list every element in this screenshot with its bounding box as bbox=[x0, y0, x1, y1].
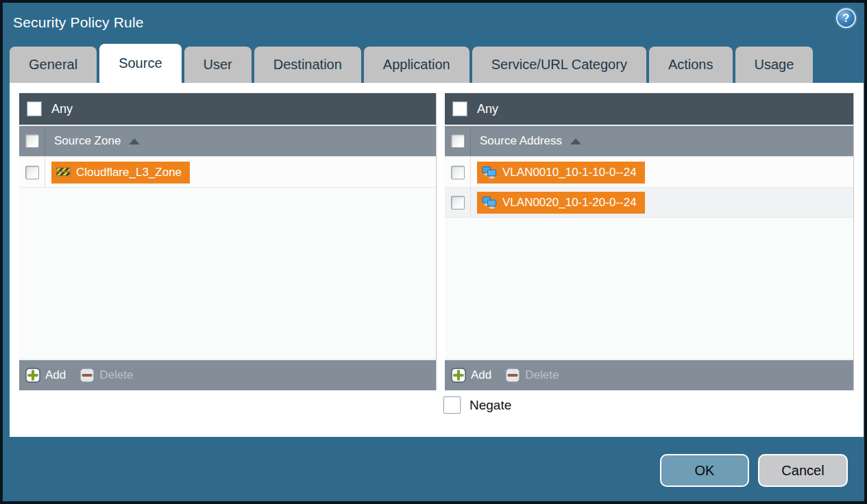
source-address-panel: Any Source Address bbox=[445, 93, 854, 390]
address-icon bbox=[482, 166, 497, 179]
source-zone-column-label: Source Zone bbox=[54, 134, 121, 148]
tab-usage[interactable]: Usage bbox=[735, 47, 814, 83]
source-zone-any-checkbox[interactable] bbox=[27, 101, 42, 116]
sort-ascending-icon bbox=[129, 138, 140, 144]
tab-general[interactable]: General bbox=[10, 47, 97, 83]
add-button-label: Add bbox=[471, 368, 491, 382]
delete-minus-icon bbox=[505, 368, 520, 383]
address-entry-label: VLAN0020_10-1-20-0--24 bbox=[502, 196, 637, 210]
delete-minus-icon bbox=[80, 368, 95, 383]
dialog-title: Security Policy Rule bbox=[13, 14, 144, 31]
table-row[interactable]: VLAN0010_10-1-10-0--24 bbox=[445, 158, 853, 188]
source-address-column-label: Source Address bbox=[480, 134, 562, 148]
source-zone-any-header: Any bbox=[19, 93, 436, 126]
delete-button[interactable]: Delete bbox=[80, 368, 133, 383]
source-address-any-label: Any bbox=[477, 102, 498, 116]
add-plus-icon bbox=[25, 368, 40, 383]
source-zone-column-header: Source Zone bbox=[19, 126, 436, 158]
source-tab-panel: Any Source Zone bbox=[10, 83, 864, 437]
tab-service-url-category[interactable]: Service/URL Category bbox=[472, 47, 646, 83]
source-address-column-header: Source Address bbox=[445, 126, 853, 158]
source-address-select-all-checkbox[interactable] bbox=[451, 134, 465, 148]
source-address-any-header: Any bbox=[445, 93, 853, 126]
address-entry-label: VLAN0010_10-1-10-0--24 bbox=[502, 166, 637, 179]
add-button[interactable]: Add bbox=[25, 368, 66, 383]
table-row[interactable]: VLAN0020_10-1-20-0--24 bbox=[445, 188, 853, 218]
tab-strip: General Source User Destination Applicat… bbox=[10, 44, 813, 83]
negate-checkbox[interactable] bbox=[443, 396, 461, 414]
tab-destination[interactable]: Destination bbox=[254, 47, 361, 83]
ok-button[interactable]: OK bbox=[660, 454, 749, 487]
source-zone-any-label: Any bbox=[51, 102, 73, 116]
address-entry-chip[interactable]: VLAN0020_10-1-20-0--24 bbox=[477, 192, 645, 214]
add-button-label: Add bbox=[45, 368, 66, 382]
dialog-titlebar: Security Policy Rule bbox=[3, 3, 864, 42]
table-row[interactable]: Cloudflare_L3_Zone bbox=[19, 158, 436, 188]
source-address-column-title[interactable]: Source Address bbox=[480, 134, 581, 148]
zone-entry-label: Cloudflare_L3_Zone bbox=[76, 166, 182, 179]
row-checkbox[interactable] bbox=[451, 166, 465, 179]
add-button[interactable]: Add bbox=[451, 368, 491, 383]
source-address-any-checkbox[interactable] bbox=[452, 101, 467, 116]
source-zone-column-title[interactable]: Source Zone bbox=[54, 134, 140, 148]
tab-user[interactable]: User bbox=[184, 47, 252, 83]
help-icon[interactable]: ? bbox=[836, 8, 856, 28]
tab-application[interactable]: Application bbox=[364, 47, 469, 83]
delete-button-label: Delete bbox=[525, 368, 559, 382]
negate-control: Negate bbox=[443, 396, 511, 414]
add-plus-icon bbox=[451, 368, 466, 383]
row-checkbox[interactable] bbox=[25, 166, 39, 179]
row-checkbox[interactable] bbox=[451, 196, 465, 210]
tab-actions[interactable]: Actions bbox=[649, 47, 733, 83]
source-address-toolbar: Add Delete bbox=[445, 359, 853, 390]
zone-entry-chip[interactable]: Cloudflare_L3_Zone bbox=[51, 162, 190, 184]
delete-button[interactable]: Delete bbox=[505, 368, 559, 383]
delete-button-label: Delete bbox=[99, 368, 133, 382]
source-zone-toolbar: Add Delete bbox=[19, 359, 436, 390]
sort-ascending-icon bbox=[570, 138, 581, 144]
security-policy-rule-dialog: Security Policy Rule ? General Source Us… bbox=[0, 0, 867, 504]
negate-label: Negate bbox=[469, 398, 511, 413]
source-zone-panel: Any Source Zone bbox=[19, 93, 437, 390]
tab-source[interactable]: Source bbox=[99, 44, 181, 83]
address-icon bbox=[482, 197, 497, 209]
source-address-list: VLAN0010_10-1-10-0--24 bbox=[445, 158, 853, 359]
source-zone-select-all-checkbox[interactable] bbox=[25, 134, 39, 148]
zone-icon bbox=[56, 167, 71, 178]
address-entry-chip[interactable]: VLAN0010_10-1-10-0--24 bbox=[477, 162, 645, 184]
source-zone-list: Cloudflare_L3_Zone bbox=[19, 158, 436, 359]
cancel-button[interactable]: Cancel bbox=[758, 454, 848, 487]
